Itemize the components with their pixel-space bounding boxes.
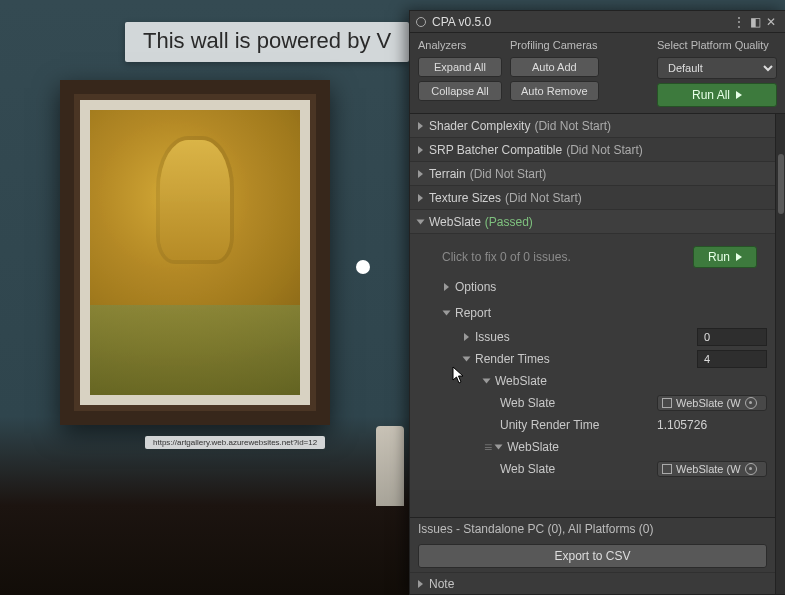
expand-icon[interactable] xyxy=(418,580,423,588)
object-picker-icon[interactable] xyxy=(745,463,757,475)
profiling-cameras-label: Profiling Cameras xyxy=(510,39,599,53)
painting-mat xyxy=(80,100,310,405)
report-label: Report xyxy=(455,306,491,320)
report-node[interactable]: Report xyxy=(444,300,767,326)
object-picker-icon[interactable] xyxy=(745,397,757,409)
center-reticle xyxy=(356,260,370,274)
dock-icon[interactable]: ◧ xyxy=(747,15,763,29)
analyzer-name: Shader Complexity xyxy=(429,119,530,133)
object-field[interactable]: WebSlate (W xyxy=(657,395,767,411)
analyzer-status: (Passed) xyxy=(485,215,533,229)
render-times-label: Render Times xyxy=(475,352,550,366)
issues-node[interactable]: Issues 0 xyxy=(444,326,767,348)
prefab-icon xyxy=(662,398,672,408)
toolbar: Analyzers Expand All Collapse All Profil… xyxy=(410,33,785,109)
scrollbar-thumb[interactable] xyxy=(778,154,784,214)
entry-group-label: WebSlate xyxy=(507,440,559,454)
analyzer-row-webslate[interactable]: WebSlate (Passed) xyxy=(410,210,775,234)
render-entry-group-0[interactable]: WebSlate xyxy=(444,370,767,392)
analyzer-status: (Did Not Start) xyxy=(534,119,611,133)
analyzer-name: SRP Batcher Compatible xyxy=(429,143,562,157)
object-name: WebSlate (W xyxy=(676,463,741,475)
analyzer-list: Shader Complexity (Did Not Start) SRP Ba… xyxy=(410,114,775,517)
render-entry-slate-1: Web Slate WebSlate (W xyxy=(444,458,767,480)
panel-icon xyxy=(416,17,426,27)
expand-icon[interactable] xyxy=(418,146,423,154)
export-csv-button[interactable]: Export to CSV xyxy=(418,544,767,568)
panel-titlebar[interactable]: CPA v0.5.0 ⋮ ◧ ✕ xyxy=(410,11,785,33)
auto-add-button[interactable]: Auto Add xyxy=(510,57,599,77)
run-all-label: Run All xyxy=(692,88,730,102)
analyzer-status: (Did Not Start) xyxy=(505,191,582,205)
vertical-scrollbar[interactable] xyxy=(775,114,785,594)
entry-group-label: WebSlate xyxy=(495,374,547,388)
play-icon xyxy=(736,91,742,99)
options-node[interactable]: Options xyxy=(444,274,767,300)
prefab-icon xyxy=(662,464,672,474)
run-all-button[interactable]: Run All xyxy=(657,83,777,107)
platform-quality-label: Select Platform Quality xyxy=(657,39,777,53)
expand-all-button[interactable]: Expand All xyxy=(418,57,502,77)
note-row[interactable]: Note xyxy=(410,572,775,594)
render-entry-slate-0: Web Slate WebSlate (W xyxy=(444,392,767,414)
analyzer-row-srp-batcher[interactable]: SRP Batcher Compatible (Did Not Start) xyxy=(410,138,775,162)
issues-label: Issues xyxy=(475,330,510,344)
object-name: WebSlate (W xyxy=(676,397,741,409)
analyzers-label: Analyzers xyxy=(418,39,502,53)
render-times-node[interactable]: Render Times 4 xyxy=(444,348,767,370)
collapse-icon[interactable] xyxy=(443,311,451,316)
analyzer-name: WebSlate xyxy=(429,215,481,229)
panel-title: CPA v0.5.0 xyxy=(432,15,731,29)
auto-remove-button[interactable]: Auto Remove xyxy=(510,81,599,101)
analyzer-status: (Did Not Start) xyxy=(566,143,643,157)
collapse-icon[interactable] xyxy=(463,357,471,362)
play-icon xyxy=(736,253,742,261)
analyzer-name: Terrain xyxy=(429,167,466,181)
analyzer-status: (Did Not Start) xyxy=(470,167,547,181)
issues-count: 0 xyxy=(697,328,767,346)
gallery-bench xyxy=(376,426,404,506)
wall-banner: This wall is powered by V xyxy=(125,22,409,62)
time-label: Unity Render Time xyxy=(500,418,599,432)
expand-icon[interactable] xyxy=(444,283,449,291)
note-label: Note xyxy=(429,577,454,591)
analyzer-row-terrain[interactable]: Terrain (Did Not Start) xyxy=(410,162,775,186)
slate-label: Web Slate xyxy=(500,396,555,410)
drag-handle-icon[interactable]: ≡ xyxy=(484,439,490,455)
collapse-all-button[interactable]: Collapse All xyxy=(418,81,502,101)
collapse-icon[interactable] xyxy=(417,219,425,224)
run-button[interactable]: Run xyxy=(693,246,757,268)
run-label: Run xyxy=(708,250,730,264)
collapse-icon[interactable] xyxy=(495,445,503,450)
issues-summary: Issues - Standalone PC (0), All Platform… xyxy=(410,518,775,540)
render-entry-time-0: Unity Render Time 1.105726 xyxy=(444,414,767,436)
time-value: 1.105726 xyxy=(657,418,767,432)
expand-icon[interactable] xyxy=(464,333,469,341)
object-field[interactable]: WebSlate (W xyxy=(657,461,767,477)
painting-url-tag: https://artgallery.web.azurewebsites.net… xyxy=(145,436,325,449)
kebab-menu-icon[interactable]: ⋮ xyxy=(731,15,747,29)
fix-hint[interactable]: Click to fix 0 of 0 issues. xyxy=(428,250,685,264)
analyzer-row-shader-complexity[interactable]: Shader Complexity (Did Not Start) xyxy=(410,114,775,138)
platform-quality-select[interactable]: Default xyxy=(657,57,777,79)
close-icon[interactable]: ✕ xyxy=(763,15,779,29)
options-label: Options xyxy=(455,280,496,294)
panel-footer: Issues - Standalone PC (0), All Platform… xyxy=(410,517,775,594)
collapse-icon[interactable] xyxy=(483,379,491,384)
slate-label: Web Slate xyxy=(500,462,555,476)
expand-icon[interactable] xyxy=(418,170,423,178)
analyzer-row-texture-sizes[interactable]: Texture Sizes (Did Not Start) xyxy=(410,186,775,210)
painting-frame xyxy=(60,80,330,425)
render-entry-group-1[interactable]: ≡ WebSlate xyxy=(444,436,767,458)
expand-icon[interactable] xyxy=(418,122,423,130)
painting-artwork xyxy=(90,110,300,395)
expand-icon[interactable] xyxy=(418,194,423,202)
webslate-section: Click to fix 0 of 0 issues. Run Options xyxy=(410,234,775,490)
cpa-panel: CPA v0.5.0 ⋮ ◧ ✕ Analyzers Expand All Co… xyxy=(409,10,785,595)
render-times-count: 4 xyxy=(697,350,767,368)
analyzer-name: Texture Sizes xyxy=(429,191,501,205)
